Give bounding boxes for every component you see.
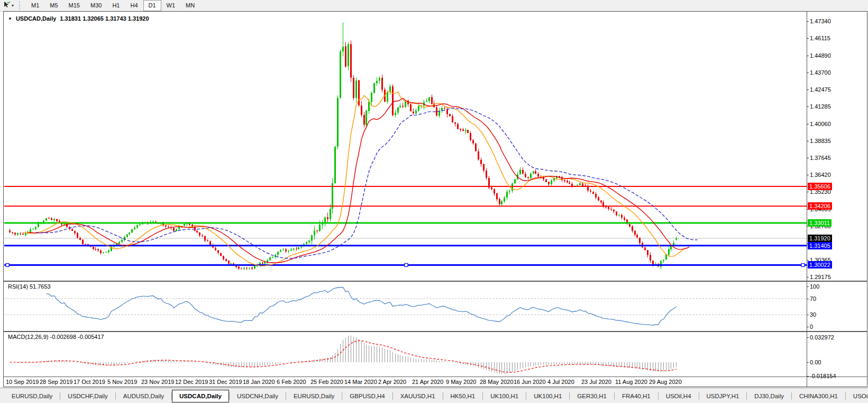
price-chart-canvas <box>4 12 867 387</box>
price-axis-tick <box>807 175 809 175</box>
chart-tab-usdchf-daily[interactable]: USDCHF,Daily <box>60 390 115 402</box>
price-rsi-separator[interactable] <box>4 281 867 282</box>
timeframe-button-m15[interactable]: M15 <box>63 0 85 11</box>
chart-tab-usdcnh-daily[interactable]: USDCNH,Daily <box>230 390 286 402</box>
timeframe-button-d1[interactable]: D1 <box>143 0 161 11</box>
rsi-scale-tick <box>807 315 809 315</box>
date-axis-label: 9 May 2020 <box>446 379 476 385</box>
date-axis-label: 12 Dec 2019 <box>175 379 208 385</box>
moving-averages-layer <box>23 92 698 266</box>
price-axis-tick <box>807 141 809 141</box>
macd-dates-separator <box>4 377 867 377</box>
price-axis-label: 1.46115 <box>810 35 830 41</box>
price-axis-tick <box>807 56 809 56</box>
rsi-scale-tick <box>807 286 809 287</box>
candles-layer <box>9 22 677 270</box>
chart-tab-china300-h1[interactable]: CHINA300,H1 <box>792 390 845 402</box>
date-axis-label: 4 Jul 2020 <box>547 379 574 385</box>
chart-tab-usdjpy-h1[interactable]: USDJPY,H1 <box>699 390 747 402</box>
timeframe-button-m30[interactable]: M30 <box>85 0 107 11</box>
chart-tab-eurusd-daily[interactable]: EURUSD,Daily <box>286 390 342 402</box>
price-axis-label: 1.38835 <box>810 138 831 144</box>
macd-scale-label: 0.00 <box>810 359 821 365</box>
chart-tab-dj30-daily[interactable]: DJ30,Daily <box>747 390 791 402</box>
hline-objects-layer[interactable] <box>4 186 807 267</box>
chart-tab-uk100-h1[interactable]: UK100,H1 <box>483 390 526 402</box>
price-axis-tick <box>807 106 809 107</box>
price-axis-label: 1.40060 <box>810 121 831 127</box>
price-axis-tick <box>807 277 809 277</box>
chart-window[interactable]: ▼ USDCAD,Daily 1.31831 1.32065 1.31743 1… <box>3 11 867 387</box>
collapse-icon[interactable]: ▼ <box>8 16 12 21</box>
price-axis-tick <box>807 260 809 261</box>
cursor-tool-icon <box>3 1 11 11</box>
date-axis-label: 23 Jul 2020 <box>581 379 611 385</box>
cursor-tool-button[interactable]: ▾ <box>0 1 16 11</box>
price-axis-label: 1.41285 <box>810 103 831 110</box>
price-axis-label: 1.29175 <box>810 274 831 280</box>
chart-tab-fra40-h1[interactable]: FRA40,H1 <box>615 390 658 402</box>
price-axis-label: 1.37645 <box>810 155 831 161</box>
rsi-scale-label: 0 <box>810 324 813 330</box>
price-axis-label: 1.47340 <box>810 18 831 24</box>
price-level-badge: 1.30022 <box>808 261 832 268</box>
timeframe-button-h4[interactable]: H4 <box>125 0 143 11</box>
date-axis-label: 6 Feb 2020 <box>277 379 306 385</box>
timeframe-button-m5[interactable]: M5 <box>44 0 63 11</box>
current-price-badge: 1.31920 <box>808 235 832 242</box>
rsi-scale-label: 70 <box>810 295 816 302</box>
chart-tab-xauusd-h1[interactable]: XAUUSD,H1 <box>393 390 443 402</box>
timeframe-button-w1[interactable]: W1 <box>161 0 181 11</box>
date-axis-label: 18 Jan 2020 <box>243 379 275 385</box>
macd-indicator-label: MACD(12,26,9) -0.002698 -0.005417 <box>8 334 104 340</box>
price-axis-label: 1.36420 <box>810 172 831 178</box>
mt4-terminal: ▾ M1M5M15M30H1H4D1W1MN ▼ USDCAD,Daily 1.… <box>0 0 868 403</box>
price-axis-label: 1.44890 <box>810 52 831 59</box>
rsi-indicator-label: RSI(14) 51.7653 <box>8 283 51 290</box>
timeframe-button-m1[interactable]: M1 <box>26 0 44 11</box>
chart-tab-ger30-h1[interactable]: GER30,H1 <box>570 390 614 402</box>
price-axis-tick <box>807 192 809 192</box>
macd-scale-tick <box>807 376 809 377</box>
chart-tab-usoil-h4[interactable]: USOil,H4 <box>659 390 699 402</box>
date-axis-label: 16 Jun 2020 <box>514 379 546 385</box>
chart-ohlc-values: 1.31831 1.32065 1.31743 1.31920 <box>60 15 149 22</box>
price-axis-tick <box>807 21 809 22</box>
price-axis-tick <box>807 158 809 158</box>
chart-tab-audusd-daily[interactable]: AUDUSD,Daily <box>116 390 171 402</box>
chart-tabs: EURUSD,DailyUSDCHF,DailyAUDUSD,DailyUSDC… <box>4 388 868 403</box>
chart-tab-gbpusd-h4[interactable]: GBPUSD,H4 <box>342 390 392 402</box>
rsi-layer <box>4 287 807 325</box>
date-axis-label: 10 Sep 2019 <box>6 379 39 385</box>
price-axis-separator <box>807 12 807 387</box>
toolbar-grip[interactable] <box>19 2 22 10</box>
chart-tab-eurusd-daily[interactable]: EURUSD,Daily <box>4 390 60 402</box>
rsi-scale-tick <box>807 327 809 327</box>
chart-tab-uk100-h1[interactable]: UK100,H1 <box>526 390 569 402</box>
toolbar: ▾ M1M5M15M30H1H4D1W1MN <box>0 0 868 12</box>
macd-layer <box>10 336 677 374</box>
chart-title: ▼ USDCAD,Daily 1.31831 1.32065 1.31743 1… <box>8 15 149 22</box>
macd-scale-label: 0.032972 <box>810 334 834 341</box>
date-axis-label: 5 Nov 2019 <box>107 379 137 385</box>
rsi-scale-label: 100 <box>810 283 819 290</box>
date-axis-label: 21 Apr 2020 <box>412 379 443 385</box>
timeframe-button-h1[interactable]: H1 <box>107 0 125 11</box>
price-level-badge: 1.31405 <box>808 242 832 249</box>
chart-tab-usdcad-daily[interactable]: USDCAD,Daily <box>172 390 229 402</box>
date-axis-label: 29 Aug 2020 <box>649 379 682 385</box>
chart-tabs-bar: EURUSD,DailyUSDCHF,DailyAUDUSD,DailyUSDC… <box>0 388 868 403</box>
rsi-macd-separator[interactable] <box>4 331 867 332</box>
chart-tab-hk50-h1[interactable]: HK50,H1 <box>443 390 483 402</box>
timeframe-button-mn[interactable]: MN <box>180 0 200 11</box>
price-axis-tick <box>807 38 809 39</box>
chart-tab-usoil-h1[interactable]: USOil,H1 <box>846 390 868 402</box>
macd-scale-label: -0.018154 <box>810 373 836 379</box>
price-level-badge: 1.34206 <box>808 202 832 210</box>
date-axis-label: 11 Aug 2020 <box>615 379 647 385</box>
rsi-scale-label: 30 <box>810 311 816 318</box>
date-axis-label: 28 May 2020 <box>480 379 514 385</box>
date-axis-label: 25 Feb 2020 <box>310 379 343 385</box>
price-axis-tick <box>807 124 809 124</box>
timeframe-buttons: M1M5M15M30H1H4D1W1MN <box>26 0 200 11</box>
